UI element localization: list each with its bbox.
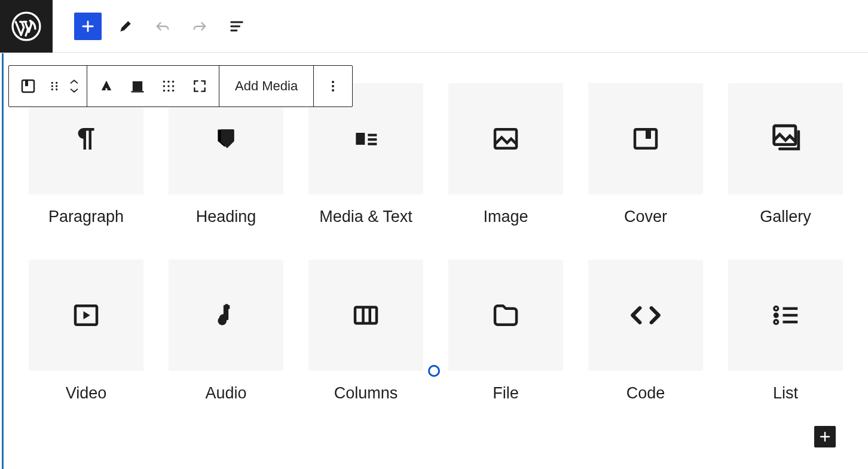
svg-rect-27 (368, 138, 377, 141)
svg-point-14 (172, 81, 174, 83)
gallery-icon (728, 83, 843, 194)
svg-point-3 (51, 82, 53, 84)
svg-point-18 (163, 90, 165, 92)
add-block-button[interactable] (814, 426, 836, 447)
move-up-down-button[interactable] (65, 78, 83, 94)
block-label: Video (66, 384, 107, 403)
more-options-button[interactable] (317, 71, 349, 102)
svg-point-8 (56, 89, 57, 90)
svg-point-21 (332, 81, 334, 83)
svg-point-41 (774, 320, 778, 324)
block-label: Media & Text (319, 208, 412, 226)
block-list[interactable]: List (728, 260, 843, 403)
svg-point-19 (167, 90, 169, 92)
fullscreen-button[interactable] (184, 71, 215, 102)
block-cover[interactable]: Cover (588, 83, 703, 226)
redo-button[interactable] (187, 13, 213, 39)
svg-rect-9 (105, 89, 107, 93)
block-label: Code (626, 384, 665, 403)
edit-tool-button[interactable] (112, 13, 139, 39)
svg-rect-43 (783, 314, 798, 317)
svg-rect-36 (355, 307, 377, 324)
block-code[interactable]: Code (588, 260, 703, 403)
image-icon (448, 83, 563, 194)
svg-point-40 (774, 313, 779, 318)
video-icon (29, 260, 143, 371)
svg-rect-26 (368, 134, 377, 136)
cursor-indicator (428, 365, 440, 377)
svg-point-15 (163, 85, 165, 87)
svg-point-12 (163, 81, 165, 83)
columns-icon (308, 260, 423, 371)
change-alignment-button[interactable] (91, 71, 122, 102)
block-label: Cover (624, 208, 667, 226)
svg-point-17 (172, 85, 174, 87)
block-image[interactable]: Image (448, 83, 563, 226)
editor-content: Paragraph Heading Media & Text Image (2, 53, 868, 469)
add-media-button[interactable]: Add Media (223, 78, 310, 94)
file-icon (448, 260, 563, 371)
svg-point-6 (56, 85, 57, 87)
svg-rect-31 (646, 129, 651, 139)
svg-point-5 (51, 85, 53, 87)
block-video[interactable]: Video (29, 260, 143, 403)
wordpress-logo[interactable] (0, 0, 53, 53)
block-type-button[interactable] (13, 71, 44, 102)
block-label: Gallery (760, 208, 811, 226)
list-icon (728, 260, 843, 371)
block-columns[interactable]: Columns (308, 260, 423, 403)
top-bar (0, 0, 868, 53)
svg-rect-42 (783, 307, 798, 310)
block-audio[interactable]: Audio (169, 260, 283, 403)
header-toolbar (53, 13, 250, 40)
block-label: Columns (334, 384, 398, 403)
drag-handle[interactable] (44, 71, 65, 102)
svg-point-20 (172, 90, 174, 92)
block-label: Heading (196, 208, 256, 226)
block-toolbar: Add Media (8, 65, 353, 107)
svg-point-4 (56, 82, 57, 84)
svg-rect-28 (368, 143, 377, 145)
svg-point-23 (332, 89, 334, 92)
code-icon (588, 260, 703, 371)
block-label: Audio (205, 384, 246, 403)
svg-rect-29 (495, 129, 516, 148)
block-gallery[interactable]: Gallery (728, 83, 843, 226)
block-label: Image (483, 208, 528, 226)
svg-rect-11 (132, 91, 144, 92)
svg-point-16 (167, 85, 169, 87)
block-label: File (493, 384, 519, 403)
insert-block-button[interactable] (74, 13, 102, 40)
svg-point-39 (774, 306, 778, 310)
svg-rect-2 (25, 80, 28, 86)
block-library-grid: Paragraph Heading Media & Text Image (4, 83, 868, 403)
undo-button[interactable] (149, 13, 176, 39)
svg-rect-10 (133, 81, 142, 91)
audio-icon (169, 260, 283, 371)
svg-rect-35 (225, 304, 228, 320)
grid-button[interactable] (153, 71, 184, 102)
svg-point-13 (167, 81, 169, 83)
block-label: List (773, 384, 798, 403)
block-label: Paragraph (48, 208, 124, 226)
cover-icon (588, 83, 703, 194)
align-button[interactable] (122, 71, 153, 102)
svg-point-7 (51, 89, 53, 90)
svg-point-22 (332, 85, 334, 87)
svg-rect-25 (356, 133, 365, 145)
block-file[interactable]: File (448, 260, 563, 403)
document-overview-button[interactable] (224, 13, 250, 39)
svg-rect-44 (783, 321, 798, 324)
